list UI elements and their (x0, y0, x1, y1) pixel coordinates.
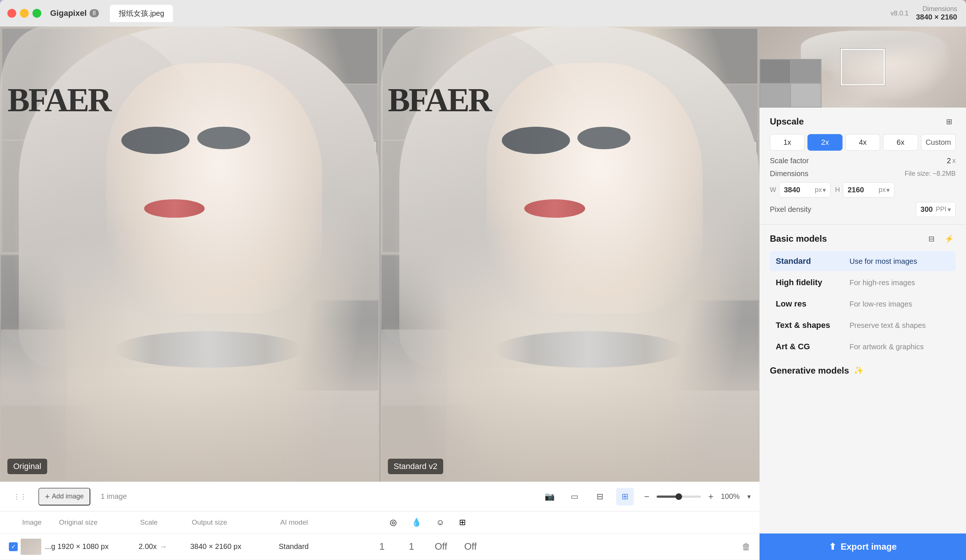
denoise-value: 1 (404, 541, 419, 552)
model-standard-name: Standard (776, 256, 849, 266)
crop-icon-btn[interactable]: ⊞ (942, 115, 956, 128)
image-split: BFAER (0, 26, 759, 481)
view-single-btn[interactable]: ▭ (566, 488, 584, 506)
basic-models-title: Basic models (770, 234, 827, 244)
lightning-icon-btn[interactable]: ⚡ (942, 232, 956, 246)
denoise-icon-header: 💧 (411, 517, 421, 527)
td-model: Standard (279, 542, 353, 551)
basic-models-header: Basic models ⊟ ⚡ (770, 232, 956, 246)
zoom-out-btn[interactable]: − (641, 490, 652, 503)
image-table: Image Original size Scale Output size AI… (0, 511, 759, 560)
file-tab[interactable]: 报纸女孩.jpeg (110, 5, 173, 22)
sharpen-value: 1 (375, 541, 389, 552)
camera-icon-btn[interactable]: 📷 (541, 488, 559, 506)
scale-from-value: 2.00x (139, 542, 157, 551)
pixel-density-label: Pixel density (770, 205, 811, 214)
view-grid-btn[interactable]: ⊞ (616, 488, 634, 506)
zoom-dropdown-btn[interactable]: ▾ (748, 493, 751, 501)
model-high-fidelity-name: High fidelity (776, 278, 849, 287)
delete-row-btn[interactable]: 🗑 (742, 542, 751, 552)
maximize-button[interactable] (33, 9, 41, 18)
titlebar: Gigapixel 8 报纸女孩.jpeg v8.0.1 Dimensions … (0, 0, 966, 26)
sparkle-icon: ✨ (854, 366, 864, 375)
dimensions-value: 3840 × 2160 (916, 13, 957, 21)
processed-label: Standard v2 (388, 458, 444, 474)
td-scale: 2.00x → (139, 542, 190, 551)
height-value: 2160 (848, 186, 864, 194)
width-input[interactable]: 3840 px ▾ (779, 182, 831, 198)
thumbnail-selection-overlay (841, 49, 885, 85)
compress-value: Off (463, 541, 478, 552)
model-art-cg-name: Art & CG (776, 342, 849, 352)
model-text-shapes[interactable]: Text & shapes Preserve text & shapes (770, 315, 956, 335)
dimensions-row: Dimensions File size: ~8.2MB (770, 169, 956, 178)
original-image-half: BFAER (0, 26, 381, 481)
upscale-section: Upscale ⊞ 1x 2x 4x 6x Custom Scale facto… (759, 108, 966, 225)
table-header: Image Original size Scale Output size AI… (0, 511, 759, 534)
upscale-icons: ⊞ (942, 115, 956, 128)
face-value: Off (434, 541, 449, 552)
scale-custom-btn[interactable]: Custom (921, 134, 956, 151)
scale-2x-btn[interactable]: 2x (807, 134, 842, 151)
scale-6x-btn[interactable]: 6x (883, 134, 918, 151)
plus-icon: + (45, 492, 50, 501)
right-panel: Upscale ⊞ 1x 2x 4x 6x Custom Scale facto… (759, 26, 966, 560)
compare-icon-btn[interactable]: ⊟ (925, 232, 938, 246)
scale-arrow-icon: → (159, 542, 167, 551)
scale-factor-value-group: 2 x (947, 157, 956, 165)
height-input[interactable]: 2160 px ▾ (843, 182, 894, 198)
scale-buttons: 1x 2x 4x 6x Custom (770, 134, 956, 151)
poster-text-right: BFAER (388, 81, 490, 119)
row-checkbox[interactable]: ✓ (9, 542, 18, 551)
scale-factor-unit: x (952, 157, 956, 165)
add-image-button[interactable]: + Add image (38, 488, 90, 506)
scale-4x-btn[interactable]: 4x (845, 134, 880, 151)
scale-1x-btn[interactable]: 1x (770, 134, 805, 151)
model-low-res-name: Low res (776, 299, 849, 309)
image-count: 1 image (101, 492, 127, 501)
view-split-btn[interactable]: ⊟ (591, 488, 609, 506)
dimension-inputs: W 3840 px ▾ H 2160 px (770, 182, 956, 198)
face-icon-header: ☺ (436, 517, 444, 527)
minimize-button[interactable] (20, 9, 29, 18)
original-label: Original (7, 458, 47, 474)
drag-handle[interactable]: ⋮⋮ (9, 491, 31, 502)
model-low-res[interactable]: Low res For low-res images (770, 294, 956, 314)
ppi-input[interactable]: 300 PPI ▾ (916, 202, 956, 217)
dimensions-section: Dimensions 3840 × 2160 (916, 5, 957, 21)
model-standard[interactable]: Standard Use for most images (770, 251, 956, 271)
th-original-size: Original size (59, 518, 140, 526)
file-size-value: File size: ~8.2MB (829, 170, 956, 178)
preview-area: BFAER (0, 26, 759, 560)
model-art-cg[interactable]: Art & CG For artwork & graphics (770, 337, 956, 357)
td-image: ...g (21, 539, 58, 555)
app-title: Gigapixel (50, 8, 87, 18)
titlebar-right: v8.0.1 Dimensions 3840 × 2160 (890, 5, 957, 21)
td-icons: 1 1 Off Off (353, 541, 500, 552)
processed-image-half: BFAER (381, 26, 760, 481)
traffic-lights (7, 9, 41, 18)
td-output-size: 3840 × 2160 px (190, 542, 279, 551)
height-label: H (835, 186, 840, 194)
bottom-toolbar: ⋮⋮ + Add image 1 image 📷 ▭ ⊟ ⊞ − + 100% … (0, 481, 759, 511)
model-high-fidelity[interactable]: High fidelity For high-res images (770, 273, 956, 293)
upscale-title: Upscale (770, 116, 804, 127)
pixel-density-row: Pixel density 300 PPI ▾ (770, 202, 956, 217)
zoom-in-btn[interactable]: + (705, 490, 716, 503)
th-image: Image (22, 518, 59, 526)
th-icons: ◎ 💧 ☺ ⊞ (354, 517, 501, 527)
th-scale: Scale (140, 518, 192, 526)
td-original-size: 1920 × 1080 px (58, 542, 139, 551)
poster-text-left: BFAER (8, 81, 110, 119)
width-label: W (770, 186, 776, 194)
export-image-button[interactable]: ⬆ Export image (759, 534, 966, 560)
zoom-slider[interactable] (657, 496, 701, 498)
models-section: Basic models ⊟ ⚡ Standard Use for most i… (759, 225, 966, 534)
model-standard-desc: Use for most images (849, 257, 950, 265)
model-icons: ⊟ ⚡ (925, 232, 956, 246)
model-high-fidelity-desc: For high-res images (849, 278, 950, 287)
close-button[interactable] (7, 9, 16, 18)
height-unit: px ▾ (879, 186, 890, 194)
scale-factor-label: Scale factor (770, 157, 809, 165)
dimensions-label: Dimensions (916, 5, 957, 13)
